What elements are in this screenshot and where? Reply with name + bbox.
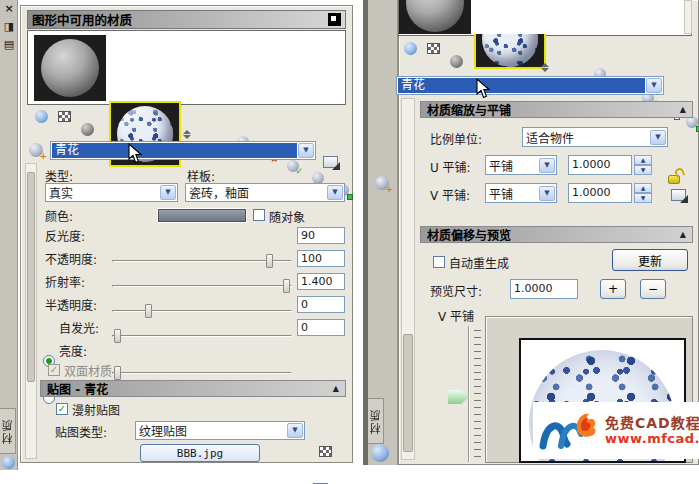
refraction-slider[interactable] [112, 310, 292, 312]
slider-thumb[interactable] [145, 304, 152, 318]
swatch-scrollbar[interactable] [684, 0, 692, 34]
auto-regen-checkbox[interactable] [433, 256, 445, 268]
preview-size-value[interactable]: 1.0000 [510, 279, 578, 299]
collapse-icon[interactable]: ▲ [680, 230, 686, 239]
collapse-icon[interactable]: ▲ [333, 384, 339, 393]
u-tile-label: U 平铺: [430, 158, 471, 175]
checkered-underlay-icon[interactable] [58, 111, 71, 122]
autohide-icon[interactable]: ◨ [2, 20, 16, 33]
v-tile-slider-label: V 平铺 [438, 307, 474, 324]
two-sided-checkbox[interactable]: ✓ [48, 364, 60, 376]
slider-thumb[interactable] [114, 329, 121, 343]
translucency-slider[interactable] [112, 335, 292, 337]
refraction-value[interactable]: 1.400 [297, 273, 345, 290]
chevron-down-icon[interactable]: ▼ [646, 78, 662, 93]
material-swatch-global[interactable] [34, 35, 106, 101]
chevron-down-icon[interactable]: ▼ [327, 185, 343, 200]
spin-down-icon[interactable]: ▼ [634, 193, 652, 203]
material-swatch-global[interactable] [399, 0, 471, 34]
left-panel-scrollbar[interactable] [25, 163, 37, 459]
by-object-checkbox[interactable] [253, 209, 265, 221]
swatch-splitter[interactable] [27, 130, 346, 139]
v-tile-value[interactable]: 1.0000 [568, 183, 632, 203]
update-button[interactable]: 更新 [612, 249, 688, 271]
translucency-value[interactable]: 0 [297, 296, 345, 313]
chevron-down-icon[interactable]: ▼ [539, 186, 555, 201]
panel-properties-button[interactable] [328, 13, 341, 26]
spin-down-icon[interactable]: ▼ [634, 165, 652, 175]
chevron-down-icon[interactable]: ▼ [298, 143, 314, 158]
u-tile-value[interactable]: 1.0000 [568, 155, 632, 175]
tab-materials-right[interactable]: 材质 [368, 398, 384, 444]
maps-section-header[interactable]: 贴图 - 青花 ▲ [40, 380, 346, 397]
type-label: 类型: [45, 167, 73, 184]
splitter-down-icon [541, 68, 549, 72]
slider-thumb[interactable] [114, 366, 121, 380]
v-tile-spinner[interactable]: ▲ ▼ [634, 183, 652, 203]
gray-sphere-preview [41, 39, 99, 97]
watermark-site-name: 免费CAD教程网 [605, 415, 699, 432]
left-scrollbar-thumb[interactable] [27, 172, 35, 382]
preview-zoom-in-button[interactable]: + [600, 279, 626, 299]
shininess-value[interactable]: 90 [297, 227, 345, 244]
cursor-icon [476, 78, 491, 99]
opacity-label: 不透明度: [45, 250, 97, 267]
materials-toolbar: + × ✓ [398, 36, 692, 62]
chevron-down-icon[interactable]: ▼ [650, 130, 666, 145]
offset-section-header[interactable]: 材质偏移与预览 ▲ [420, 226, 693, 243]
opacity-slider[interactable] [112, 285, 292, 287]
swatch-geometry-sphere-icon[interactable] [404, 42, 417, 55]
new-material-button[interactable] [323, 156, 338, 168]
lock-uv-icon[interactable] [668, 168, 686, 190]
materials-tab-icon [371, 444, 389, 462]
material-name-select[interactable]: 青花 ▼ [50, 141, 316, 160]
slider-thumb[interactable] [266, 254, 273, 268]
u-tile-spinner[interactable]: ▲ ▼ [634, 155, 652, 175]
template-label: 样板: [187, 167, 215, 184]
chevron-down-icon[interactable]: ▼ [287, 423, 303, 438]
auto-regen-label: 自动重生成 [449, 254, 509, 271]
new-material-button[interactable] [671, 189, 686, 201]
swatch-geometry-sphere-icon[interactable] [35, 110, 48, 123]
map-file-button[interactable]: BBB.jpg [140, 444, 260, 462]
v-tile-slider-track[interactable] [468, 326, 470, 462]
diffuse-map-checkbox[interactable]: ✓ [56, 403, 68, 415]
self-illumination-slider[interactable] [112, 372, 292, 374]
material-name-select[interactable]: 青花 ▼ [396, 76, 664, 95]
tab-materials-left[interactable]: 材质 [0, 408, 16, 454]
checkered-underlay-icon[interactable] [427, 43, 440, 54]
shininess-slider[interactable] [112, 260, 292, 262]
slider-thumb[interactable] [283, 279, 290, 293]
u-tile-mode-select[interactable]: 平铺 ▼ [485, 155, 557, 175]
scale-section-title: 材质缩放与平铺 [427, 101, 511, 118]
available-materials-title: 图形中可用的材质 [32, 10, 132, 29]
template-select[interactable]: 瓷砖，釉面 ▼ [185, 183, 345, 202]
swatch-splitter[interactable] [398, 63, 692, 72]
splitter-up-icon [183, 130, 191, 134]
self-illumination-value[interactable]: 0 [297, 319, 345, 336]
scale-section-header[interactable]: 材质缩放与平铺 ▲ [420, 101, 693, 118]
chevron-down-icon[interactable]: ▼ [160, 185, 176, 200]
scale-units-select[interactable]: 适合物件 ▼ [522, 127, 668, 147]
opacity-value[interactable]: 100 [297, 250, 345, 267]
available-materials-header: 图形中可用的材质 [27, 10, 346, 29]
right-panel-scrollbar[interactable] [401, 98, 415, 460]
chevron-down-icon[interactable]: ▼ [539, 158, 555, 173]
scale-units-label: 比例单位: [430, 130, 482, 147]
close-icon[interactable]: × [2, 2, 16, 15]
material-name-value: 青花 [398, 78, 645, 93]
right-scrollbar-thumb[interactable] [403, 334, 413, 452]
color-swatch-button[interactable] [158, 209, 246, 222]
preview-zoom-out-button[interactable]: − [640, 279, 666, 299]
shininess-label: 反光度: [45, 227, 85, 244]
map-settings-icon[interactable] [319, 446, 332, 457]
spin-up-icon[interactable]: ▲ [634, 183, 652, 193]
v-tile-mode-select[interactable]: 平铺 ▼ [485, 183, 557, 203]
spin-up-icon[interactable]: ▲ [634, 155, 652, 165]
indicate-materials-icon[interactable]: ✓ [287, 160, 299, 172]
materials-toolbar: + × ✓ [27, 105, 346, 129]
collapse-icon[interactable]: ▲ [680, 105, 686, 114]
map-type-select[interactable]: 纹理贴图 ▼ [135, 421, 305, 440]
type-select[interactable]: 真实 ▼ [45, 183, 178, 202]
properties-menu-icon[interactable]: ▤ [2, 38, 16, 51]
